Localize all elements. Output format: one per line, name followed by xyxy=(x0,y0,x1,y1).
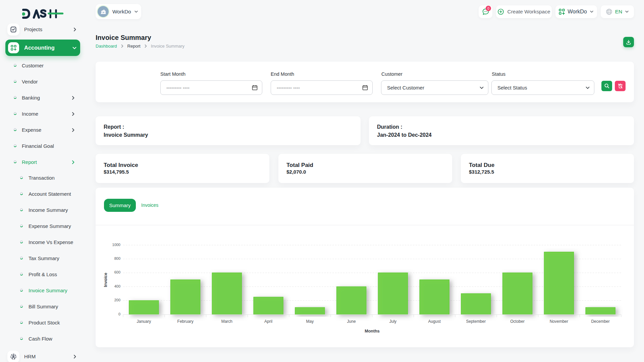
svg-text:July: July xyxy=(389,319,396,324)
svg-text:June: June xyxy=(347,319,356,324)
svg-text:October: October xyxy=(510,319,525,324)
svg-text:November: November xyxy=(550,319,568,324)
svg-text:August: August xyxy=(428,319,441,324)
svg-text:400: 400 xyxy=(114,284,120,288)
svg-text:600: 600 xyxy=(114,270,120,274)
svg-text:May: May xyxy=(306,319,314,324)
svg-text:January: January xyxy=(137,319,151,324)
svg-text:0: 0 xyxy=(118,312,120,316)
svg-text:800: 800 xyxy=(114,256,120,260)
svg-text:December: December xyxy=(591,319,609,324)
svg-text:Invoice: Invoice xyxy=(103,273,108,287)
svg-text:February: February xyxy=(177,319,194,324)
svg-text:September: September xyxy=(466,319,486,324)
svg-text:March: March xyxy=(221,319,232,324)
svg-text:Months: Months xyxy=(365,329,379,334)
svg-text:1000: 1000 xyxy=(112,243,120,247)
svg-text:200: 200 xyxy=(114,298,120,302)
svg-text:April: April xyxy=(264,319,272,324)
